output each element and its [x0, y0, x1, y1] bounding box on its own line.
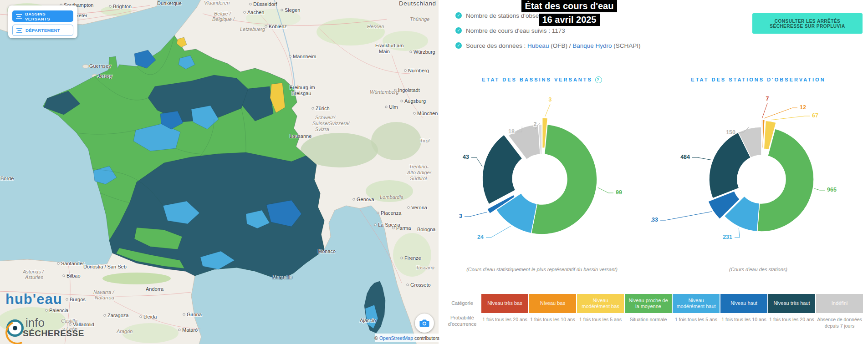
map-label: Piacenza: [381, 210, 402, 216]
map-label: Bilbao: [66, 273, 81, 278]
map-city-dot: [46, 309, 47, 311]
source-link[interactable]: Hubeau: [527, 42, 549, 49]
map-label: Genova: [357, 197, 374, 202]
map-label: Nürnberg: [408, 68, 429, 73]
stat-row: ✓Nombre de cours d'eau suivis : 1173: [455, 26, 640, 35]
map-label: Dunkerque: [157, 0, 182, 6]
map-label: Ulm: [389, 104, 398, 110]
map-layer-controls: BASSINS VERSANTS DÉPARTEMENT: [8, 5, 77, 38]
map-label: Svizra: [315, 126, 329, 132]
check-icon: ✓: [455, 12, 462, 19]
map-label: Freiburg im: [290, 85, 315, 90]
layers-icon: [16, 14, 22, 19]
map-label: Augsburg: [404, 98, 426, 104]
map-label: Palencia: [49, 308, 69, 313]
legend-category-cell: Niveau très bas: [481, 294, 528, 313]
map-label: Guernsey: [89, 63, 111, 69]
openstreetmap-link[interactable]: OpenStreetMap: [379, 335, 413, 341]
donut-value-label: 484: [680, 154, 690, 160]
map-city-dot: [312, 107, 314, 109]
donut-value-label: 965: [827, 187, 837, 193]
map-city-dot: [250, 3, 251, 5]
map-label: Aragón: [116, 329, 133, 334]
map-city-dot: [66, 298, 68, 300]
donut-leader-line: [545, 104, 550, 116]
donut-slice-niveau-mod-r-ment-haut[interactable]: [496, 193, 537, 233]
help-icon[interactable]: ?: [595, 76, 602, 83]
map-city-dot: [179, 329, 180, 331]
map-label: Santander: [61, 261, 84, 266]
legend-category-cell: Niveau proche de la moyenne: [625, 294, 672, 313]
check-icon: ✓: [455, 42, 462, 49]
map-label: Schweiz/: [315, 115, 336, 120]
donut-leader-line: [771, 116, 810, 120]
map-label: Nafarroa: [95, 295, 114, 300]
legend-occurrence-cell: Situation normale: [625, 313, 672, 329]
legend-occurrence-cell: 1 fois tous les 5 ans: [673, 313, 720, 329]
map-label: Alto Adige/: [407, 170, 432, 175]
check-icon: ✓: [455, 27, 462, 34]
donut-leader-line: [735, 228, 740, 238]
map-label: Breisgau: [291, 91, 311, 96]
page-title-line1: État des cours d'eau: [521, 0, 618, 12]
donut-leader-line: [764, 108, 797, 118]
screenshot-camera-button[interactable]: [415, 314, 434, 333]
legend-table: CatégorieNiveau très basNiveau basNiveau…: [444, 294, 863, 329]
map-city-dot: [244, 11, 245, 13]
map-svg: SouthamptonBrightonExeterDunkerqueVlaand…: [0, 0, 439, 344]
map-control-departement[interactable]: DÉPARTEMENT: [12, 25, 73, 36]
map-control-label: BASSINS VERSANTS: [25, 11, 70, 21]
map-label: Belgique /: [212, 16, 235, 22]
map-city-dot: [289, 56, 291, 57]
map-attribution: © OpenStreetMap contributors: [375, 334, 439, 342]
map-city-dot: [407, 284, 408, 286]
map-city-dot: [401, 100, 403, 102]
map-city-dot: [394, 89, 396, 91]
map-label: Main: [379, 49, 390, 54]
attribution-copyright: ©: [374, 335, 378, 341]
map-city-dot: [109, 5, 111, 7]
map-city-dot: [63, 275, 65, 277]
donut-value-label: 3: [459, 213, 462, 219]
layers-icon: [16, 28, 22, 33]
donut-leader-line: [471, 157, 482, 167]
map-city-dot: [408, 207, 409, 208]
donut-svg[interactable]: 39924343182: [444, 84, 640, 264]
map-label: België /: [214, 11, 231, 16]
map-city-dot: [385, 106, 387, 108]
legend-occurrence-cell: 1 fois tous les 5 ans: [577, 313, 624, 329]
chart-title-text: ETAT DES BASSINS VERSANTS: [482, 77, 592, 82]
map-label: Hessen: [367, 24, 384, 29]
source-link[interactable]: Banque Hydro: [572, 42, 612, 49]
map-label: Ajaccio: [360, 318, 376, 323]
map-label: Lausanne: [290, 133, 311, 139]
legend-occurrence-cell: 1 fois tous les 10 ans: [529, 313, 576, 329]
map-label: Zürich: [316, 106, 330, 111]
legend-row2-header: Probabilitéd'occurrence: [444, 313, 480, 329]
map-label: Monaco: [318, 248, 336, 254]
chart-stations-observation: ETAT DES STATIONS D'OBSERVATION 71267965…: [651, 76, 865, 283]
map-label: Lleida: [143, 314, 157, 319]
map-city-dot: [410, 51, 412, 53]
map-city-dot: [265, 25, 267, 27]
map-label: Würzburg: [414, 49, 435, 55]
donut-svg[interactable]: 71267965231133484150: [651, 84, 865, 264]
map-label: Aachen: [247, 10, 264, 15]
stat-text-part: (SCHAPI): [612, 42, 640, 49]
info-secheresse-icon: [6, 319, 24, 337]
chart-caption: (Cours d'eau statistiquement le plus rep…: [444, 267, 640, 272]
legend-occurrence-cell: 1 fois tous les 10 ans: [720, 313, 767, 329]
map-city-dot: [183, 314, 185, 315]
legend-occurrence-cell: 1 fois tous les 20 ans: [481, 313, 528, 329]
map-city-dot: [281, 9, 283, 11]
map-city-dot: [374, 224, 376, 226]
map-label: Trentino-: [409, 164, 429, 169]
legend-category-cell: Niveau modérément haut: [673, 294, 720, 313]
map-control-bassins-versants[interactable]: BASSINS VERSANTS: [12, 10, 73, 22]
map-city-dot: [140, 316, 142, 318]
map-city-dot: [353, 198, 355, 200]
map-label: Andorra: [146, 286, 164, 292]
map-canvas[interactable]: SouthamptonBrightonExeterDunkerqueVlaand…: [0, 0, 439, 344]
map-label: München: [417, 111, 438, 116]
consult-propluvia-button[interactable]: CONSULTER LES ARRÊTÉS SÉCHERESSE SUR PRO…: [752, 13, 863, 34]
